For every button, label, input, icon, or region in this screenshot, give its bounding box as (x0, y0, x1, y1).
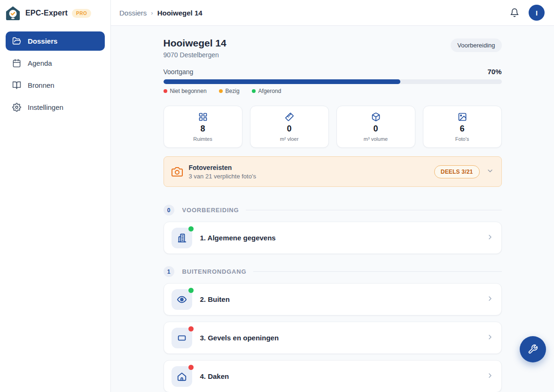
ruler-icon (285, 112, 294, 122)
item-label: 2. Buiten (200, 295, 486, 303)
pro-badge: PRO (72, 9, 91, 18)
section-number-badge: 1 (164, 266, 174, 277)
chevron-right-icon (486, 372, 494, 381)
progress-bar (164, 79, 502, 84)
stat-label: m² vloer (280, 136, 299, 142)
banner-text: Fotovereisten 3 van 21 verplichte foto's (189, 164, 434, 180)
camera-icon (172, 166, 183, 177)
legend-item-bezig: Bezig (219, 88, 240, 94)
calendar-icon (12, 59, 21, 68)
progress-block: Voortgang 70% Niet begonnen Bezig (164, 68, 502, 94)
breadcrumb-current: Hooiwegel 14 (157, 9, 203, 17)
section-header-buitenrondgang: 1 BUITENRONDGANG (164, 266, 502, 277)
chevron-right-icon (486, 333, 494, 343)
list-item-algemene-gegevens[interactable]: 1. Algemene gegevens (164, 222, 502, 254)
image-icon (458, 112, 467, 122)
stat-label: Foto's (455, 136, 469, 142)
building-icon (177, 233, 187, 243)
page-title: Hooiwegel 14 (164, 38, 226, 49)
section-title: BUITENRONDGANG (182, 268, 247, 275)
cube-icon (371, 112, 381, 122)
list-item-gevels-en-openingen[interactable]: 3. Gevels en openingen (164, 322, 502, 354)
sidebar-item-dossiers[interactable]: Dossiers (6, 31, 105, 51)
content-scroll[interactable]: Hooiwegel 14 9070 Destelbergen Voorberei… (111, 26, 554, 392)
status-dot (188, 288, 194, 293)
breadcrumb-separator: › (151, 9, 153, 16)
sidebar-item-label: Agenda (28, 59, 52, 67)
facade-icon (177, 333, 187, 343)
banner-title: Fotovereisten (189, 164, 434, 171)
section-divider (246, 210, 501, 210)
stat-value: 0 (287, 124, 291, 134)
item-icon-wrap (172, 228, 192, 248)
sidebar-nav: Dossiers Agenda Bronnen Instellingen (0, 26, 110, 123)
item-icon-wrap (172, 366, 192, 387)
wrench-icon (528, 344, 538, 354)
dossier-header: Hooiwegel 14 9070 Destelbergen Voorberei… (164, 38, 502, 59)
stat-value: 8 (200, 124, 205, 134)
stat-value: 0 (373, 124, 378, 134)
topbar-right: I (509, 5, 545, 21)
item-icon-wrap (172, 328, 192, 348)
progress-bar-fill (164, 79, 400, 84)
photo-requirements-banner[interactable]: Fotovereisten 3 van 21 verplichte foto's… (164, 156, 502, 187)
brand-logo-row: EPC-Expert PRO (0, 0, 110, 26)
grid-icon (198, 112, 208, 122)
progress-percent: 70% (487, 68, 501, 76)
book-open-icon (12, 81, 21, 90)
chevron-down-icon (486, 167, 494, 175)
tools-fab-button[interactable] (520, 336, 546, 362)
bell-icon (510, 8, 519, 17)
item-label: 3. Gevels en openingen (200, 334, 486, 342)
notifications-button[interactable] (509, 7, 520, 18)
legend-label: Bezig (226, 88, 240, 94)
sidebar-item-agenda[interactable]: Agenda (6, 54, 105, 73)
stat-card-fotos[interactable]: 6 Foto's (423, 106, 502, 148)
stat-card-vloer[interactable]: 0 m² vloer (250, 106, 329, 148)
item-label: 1. Algemene gegevens (200, 234, 486, 242)
eye-icon (177, 294, 187, 305)
stat-card-ruimtes[interactable]: 8 Ruimtes (164, 106, 242, 148)
stat-label: m³ volume (364, 136, 388, 142)
breadcrumb: Dossiers › Hooiwegel 14 (119, 9, 203, 17)
sidebar-item-bronnen[interactable]: Bronnen (6, 76, 105, 95)
camera-icon-wrap (172, 166, 183, 177)
status-badge: Voorbereiding (451, 38, 501, 52)
green-dot-icon (252, 89, 256, 93)
status-dot (188, 226, 194, 231)
dossier-address: 9070 Destelbergen (164, 51, 226, 59)
sidebar-item-label: Dossiers (28, 37, 57, 45)
avatar[interactable]: I (529, 5, 545, 21)
amber-dot-icon (219, 89, 223, 93)
list-item-buiten[interactable]: 2. Buiten (164, 283, 502, 315)
stats-row: 8 Ruimtes 0 m² vloer 0 m³ volume 6 Foto'… (164, 106, 502, 148)
section-divider (253, 271, 501, 272)
sidebar-item-instellingen[interactable]: Instellingen (6, 98, 105, 117)
breadcrumb-dossiers-link[interactable]: Dossiers (119, 9, 147, 17)
sidebar-item-label: Instellingen (28, 103, 63, 111)
stat-card-volume[interactable]: 0 m³ volume (336, 106, 415, 148)
legend-label: Niet begonnen (170, 88, 207, 94)
gear-icon (12, 103, 21, 112)
progress-label: Voortgang (164, 68, 194, 76)
red-dot-icon (164, 89, 167, 93)
item-icon-wrap (172, 289, 192, 310)
section-header-voorbereiding: 0 VOORBEREIDING (164, 205, 502, 215)
banner-subtitle: 3 van 21 verplichte foto's (189, 173, 434, 180)
chevron-right-icon (486, 295, 494, 304)
item-label: 4. Daken (200, 372, 486, 380)
expand-button[interactable] (486, 167, 494, 177)
folder-open-icon (12, 37, 21, 46)
stat-value: 6 (460, 124, 464, 134)
legend-label: Afgerond (258, 88, 281, 94)
stat-label: Ruimtes (193, 136, 212, 142)
section-number-badge: 0 (164, 205, 174, 215)
main-area: Dossiers › Hooiwegel 14 I Hooiwegel 14 9… (111, 0, 554, 392)
status-dot (188, 326, 194, 331)
epc-expert-logo-icon (5, 5, 21, 22)
sidebar: EPC-Expert PRO Dossiers Agenda Bronnen I… (0, 0, 111, 392)
list-item-daken[interactable]: 4. Daken (164, 360, 502, 392)
progress-legend: Niet begonnen Bezig Afgerond (164, 88, 502, 94)
brand-name: EPC-Expert (25, 9, 68, 17)
legend-item-niet-begonnen: Niet begonnen (164, 88, 207, 94)
